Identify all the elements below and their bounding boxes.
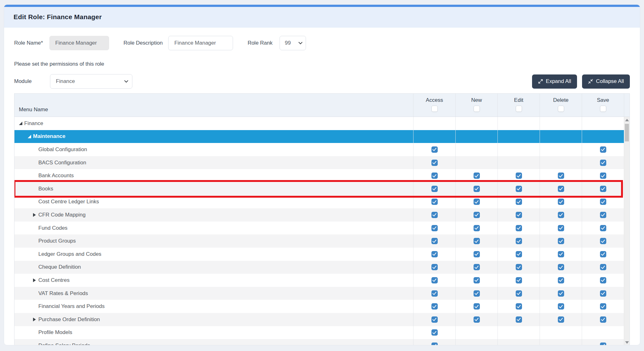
table-row[interactable]: Fund Codes — [14, 222, 624, 235]
edit-checkbox[interactable] — [516, 251, 522, 257]
save-checkbox[interactable] — [600, 264, 606, 270]
access-checkbox[interactable] — [431, 277, 438, 283]
new-checkbox[interactable] — [474, 238, 480, 244]
delete-checkbox[interactable] — [558, 186, 564, 192]
save-checkbox[interactable] — [600, 316, 606, 323]
edit-checkbox[interactable] — [516, 225, 522, 231]
new-checkbox[interactable] — [474, 225, 480, 231]
save-checkbox[interactable] — [600, 277, 606, 283]
save-checkbox[interactable] — [600, 303, 606, 310]
access-checkbox[interactable] — [431, 251, 438, 257]
table-row[interactable]: Maintenance — [14, 130, 624, 143]
delete-checkbox[interactable] — [558, 238, 564, 244]
edit-checkbox[interactable] — [516, 264, 522, 270]
access-checkbox[interactable] — [431, 316, 438, 323]
edit-checkbox[interactable] — [516, 290, 522, 297]
access-checkbox[interactable] — [431, 290, 438, 297]
edit-checkbox[interactable] — [516, 173, 522, 179]
new-checkbox[interactable] — [474, 277, 480, 283]
save-checkbox[interactable] — [600, 160, 606, 166]
new-checkbox[interactable] — [474, 264, 480, 270]
table-row[interactable]: Global Configuration — [14, 143, 624, 156]
tree-collapse-icon[interactable] — [28, 135, 31, 138]
table-row[interactable]: Books — [14, 182, 624, 195]
table-row[interactable]: Finance — [14, 117, 624, 130]
table-row[interactable]: Product Groups — [14, 234, 624, 248]
table-row[interactable]: Purchase Order Definition — [14, 313, 624, 326]
role-name-input[interactable]: Finance Manager — [49, 36, 109, 50]
access-checkbox[interactable] — [431, 329, 438, 336]
tree-expand-icon[interactable] — [33, 278, 36, 282]
edit-checkbox[interactable] — [516, 186, 522, 192]
delete-checkbox[interactable] — [558, 290, 564, 297]
access-checkbox[interactable] — [431, 186, 438, 192]
save-checkbox[interactable] — [600, 173, 606, 179]
table-row[interactable]: Cost Centre Ledger Links — [14, 195, 624, 209]
select-all-delete-checkbox[interactable] — [558, 106, 564, 112]
delete-checkbox[interactable] — [558, 303, 564, 310]
expand-all-button[interactable]: Expand All — [532, 74, 577, 89]
save-checkbox[interactable] — [600, 343, 606, 345]
access-checkbox[interactable] — [431, 212, 438, 218]
select-all-access-checkbox[interactable] — [431, 106, 438, 112]
access-checkbox[interactable] — [431, 343, 438, 345]
tree-collapse-icon[interactable] — [19, 122, 22, 125]
save-checkbox[interactable] — [600, 212, 606, 218]
select-all-new-checkbox[interactable] — [474, 106, 480, 112]
table-row[interactable]: Bank Accounts — [14, 169, 624, 182]
new-checkbox[interactable] — [474, 290, 480, 297]
save-checkbox[interactable] — [600, 251, 606, 257]
table-row[interactable]: Ledger Groups and Codes — [14, 248, 624, 261]
delete-checkbox[interactable] — [558, 316, 564, 323]
delete-checkbox[interactable] — [558, 212, 564, 218]
save-checkbox[interactable] — [600, 225, 606, 231]
access-checkbox[interactable] — [431, 199, 438, 205]
role-rank-select[interactable]: 99 — [280, 36, 306, 50]
delete-checkbox[interactable] — [558, 199, 564, 205]
access-checkbox[interactable] — [431, 225, 438, 231]
table-row[interactable]: Cost Centres — [14, 274, 624, 287]
save-checkbox[interactable] — [600, 290, 606, 297]
new-checkbox[interactable] — [474, 251, 480, 257]
new-checkbox[interactable] — [474, 303, 480, 310]
select-all-edit-checkbox[interactable] — [516, 106, 522, 112]
access-checkbox[interactable] — [431, 160, 438, 166]
table-row[interactable]: Profile Models — [14, 326, 624, 339]
save-checkbox[interactable] — [600, 186, 606, 192]
save-checkbox[interactable] — [600, 238, 606, 244]
edit-checkbox[interactable] — [516, 316, 522, 323]
table-row[interactable]: Define Salary Periods — [14, 339, 624, 345]
table-row[interactable]: CFR Code Mapping — [14, 208, 624, 222]
delete-checkbox[interactable] — [558, 277, 564, 283]
new-checkbox[interactable] — [474, 173, 480, 179]
scroll-down-icon[interactable] — [625, 341, 629, 344]
table-row[interactable]: VAT Rates & Periods — [14, 287, 624, 300]
edit-checkbox[interactable] — [516, 199, 522, 205]
delete-checkbox[interactable] — [558, 251, 564, 257]
scroll-up-icon[interactable] — [625, 119, 629, 121]
module-select[interactable]: Finance — [50, 74, 132, 89]
access-checkbox[interactable] — [431, 173, 438, 179]
new-checkbox[interactable] — [474, 316, 480, 323]
delete-checkbox[interactable] — [558, 173, 564, 179]
table-row[interactable]: BACS Configuration — [14, 156, 624, 169]
save-checkbox[interactable] — [600, 199, 606, 205]
delete-checkbox[interactable] — [558, 225, 564, 231]
scrollbar[interactable] — [624, 117, 630, 345]
select-all-save-checkbox[interactable] — [600, 106, 606, 112]
edit-checkbox[interactable] — [516, 303, 522, 310]
scroll-thumb[interactable] — [625, 124, 629, 141]
edit-checkbox[interactable] — [516, 277, 522, 283]
access-checkbox[interactable] — [431, 264, 438, 270]
role-description-input[interactable]: Finance Manager — [168, 36, 233, 50]
table-row[interactable]: Financial Years and Periods — [14, 300, 624, 313]
save-checkbox[interactable] — [600, 146, 606, 153]
access-checkbox[interactable] — [431, 303, 438, 310]
new-checkbox[interactable] — [474, 212, 480, 218]
edit-checkbox[interactable] — [516, 212, 522, 218]
collapse-all-button[interactable]: Collapse All — [582, 74, 630, 89]
access-checkbox[interactable] — [431, 238, 438, 244]
new-checkbox[interactable] — [474, 199, 480, 205]
new-checkbox[interactable] — [474, 186, 480, 192]
tree-expand-icon[interactable] — [33, 213, 36, 217]
